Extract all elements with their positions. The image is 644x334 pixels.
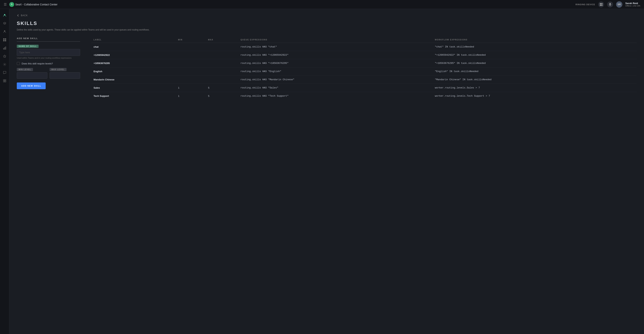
page-description: Define the skills used by your agents. T… xyxy=(17,28,636,32)
skill-queue-expr-cell: routing.skills HAS "Tech Support" xyxy=(238,92,433,100)
svg-rect-11 xyxy=(5,38,6,40)
skill-workflow-expr-cell: worker.routing.levels.Tech Support > 7 xyxy=(432,92,636,100)
table-row: +18563676295routing.skills HAS "+1856367… xyxy=(91,59,636,67)
svg-rect-14 xyxy=(3,48,4,49)
skill-max-cell xyxy=(206,76,238,84)
col-label: LABEL xyxy=(91,37,176,43)
table-row: Sales15routing.skills HAS "Sales"worker.… xyxy=(91,84,636,92)
sidebar-item-layers[interactable] xyxy=(1,20,8,27)
skill-label-cell: +12065942922 xyxy=(91,51,176,59)
svg-point-17 xyxy=(4,64,5,65)
sidebar-item-person[interactable] xyxy=(1,28,8,35)
topbar-right: RINGING DEVICE SR Sarah Reid Offline | 1… xyxy=(576,1,640,8)
sidebar xyxy=(0,9,9,334)
skill-queue-expr-cell: routing.skills HAS "chat" xyxy=(238,43,433,51)
user-name: Sarah Reid xyxy=(625,2,640,5)
skill-min-cell: 1 xyxy=(176,84,206,92)
app-body: BACK SKILLS Define the skills used by yo… xyxy=(0,9,644,334)
skill-label: English xyxy=(94,70,102,73)
skill-queue-expr-cell: routing.skills HAS "Sales" xyxy=(238,84,433,92)
skill-label-cell: chat xyxy=(91,43,176,51)
table-row: chatrouting.skills HAS "chat""chat" IN t… xyxy=(91,43,636,51)
sidebar-item-grid[interactable] xyxy=(1,36,8,43)
skill-label: chat xyxy=(94,45,98,48)
skill-max-cell xyxy=(206,67,238,76)
sidebar-item-settings[interactable] xyxy=(1,61,8,68)
min-level-field: MIN LEVEL xyxy=(17,68,47,79)
skill-label: +18563676295 xyxy=(94,62,110,65)
hamburger-icon[interactable]: ☰ xyxy=(4,2,7,6)
svg-rect-4 xyxy=(610,3,611,5)
skill-workflow-expr-cell: "English" IN task.skillsNeeded xyxy=(432,67,636,76)
back-link[interactable]: BACK xyxy=(17,14,636,17)
logo-area: S SeaX - Collaborative Contact Center xyxy=(9,2,58,7)
skill-workflow-expr-cell: "Mandarin Chinese" IN task.skillsNeeded xyxy=(432,76,636,84)
skill-max-cell xyxy=(206,51,238,59)
skills-table-wrap: LABEL MIN MAX QUEUE EXPRESSIONS WORKFLOW… xyxy=(91,37,636,100)
skill-label-cell: Mandarin Chinese xyxy=(91,76,176,84)
add-new-skill-button[interactable]: ADD NEW SKILL xyxy=(17,82,46,89)
svg-rect-3 xyxy=(601,5,602,6)
svg-marker-8 xyxy=(3,22,6,24)
table-row: +12065942922routing.skills HAS "+1206594… xyxy=(91,51,636,59)
min-level-input[interactable] xyxy=(17,72,47,79)
skill-queue-expr-cell: routing.skills HAS "+12065942922" xyxy=(238,51,433,59)
skill-label-cell: Tech Support xyxy=(91,92,176,100)
skill-name-input[interactable] xyxy=(17,49,80,56)
svg-rect-18 xyxy=(3,79,4,81)
max-level-tag: MAX LEVEL xyxy=(50,68,66,71)
skill-min-cell xyxy=(176,43,206,51)
avatar[interactable]: SR xyxy=(616,1,622,8)
table-row: Mandarin Chineserouting.skills HAS "Mand… xyxy=(91,76,636,84)
table-row: Englishrouting.skills HAS "English""Engl… xyxy=(91,67,636,76)
two-col-layout: ADD NEW SKILL NAME OF SKILL Used within … xyxy=(17,37,636,100)
skill-label: +12065942922 xyxy=(94,54,110,56)
skill-workflow-expr-cell: "+18563676295" IN task.skillsNeeded xyxy=(432,59,636,67)
panel-title: ADD NEW SKILL xyxy=(17,37,80,42)
svg-rect-1 xyxy=(601,3,602,4)
sidebar-item-chat[interactable] xyxy=(1,69,8,76)
sidebar-item-people[interactable] xyxy=(1,12,8,19)
skill-workflow-expr-cell: "chat" IN task.skillsNeeded xyxy=(432,43,636,51)
sidebar-item-apps[interactable] xyxy=(1,77,8,84)
level-row: MIN LEVEL MAX LEVEL xyxy=(17,68,80,79)
grid-button[interactable] xyxy=(598,1,604,7)
svg-rect-10 xyxy=(3,38,4,40)
skill-label: Mandarin Chinese xyxy=(94,78,114,81)
skill-min-cell xyxy=(176,76,206,84)
skill-workflow-expr-cell: worker.routing.levels.Sales > 7 xyxy=(432,84,636,92)
skill-queue-expr-cell: routing.skills HAS "English" xyxy=(238,67,433,76)
svg-rect-2 xyxy=(600,5,601,6)
col-min: MIN xyxy=(176,37,206,43)
svg-rect-16 xyxy=(6,47,6,49)
svg-rect-12 xyxy=(3,40,4,41)
skill-min-cell xyxy=(176,51,206,59)
mic-button[interactable] xyxy=(607,1,613,7)
require-levels-checkbox[interactable] xyxy=(17,62,20,65)
max-level-input[interactable] xyxy=(50,72,80,79)
table-header-row: LABEL MIN MAX QUEUE EXPRESSIONS WORKFLOW… xyxy=(91,37,636,43)
field-hint: Used within Teams and in your routing wo… xyxy=(17,57,80,59)
col-max: MAX xyxy=(206,37,238,43)
skill-max-cell xyxy=(206,43,238,51)
skill-label-cell: English xyxy=(91,67,176,76)
col-workflow-expr: WORKFLOW EXPRESSIONS xyxy=(432,37,636,43)
skill-max-cell: 5 xyxy=(206,84,238,92)
table-body: chatrouting.skills HAS "chat""chat" IN t… xyxy=(91,43,636,100)
app-title: SeaX - Collaborative Contact Center xyxy=(15,3,58,6)
user-status: Offline | 14d 19h xyxy=(625,5,640,7)
svg-rect-21 xyxy=(5,81,6,82)
svg-rect-13 xyxy=(5,40,6,41)
sidebar-item-star[interactable] xyxy=(1,53,8,59)
topbar: ☰ S SeaX - Collaborative Contact Center … xyxy=(0,0,644,9)
svg-point-9 xyxy=(4,30,5,31)
skill-min-cell xyxy=(176,59,206,67)
skill-label-cell: +18563676295 xyxy=(91,59,176,67)
add-skill-panel: ADD NEW SKILL NAME OF SKILL Used within … xyxy=(17,37,80,89)
page-title: SKILLS xyxy=(17,20,636,26)
user-info: Sarah Reid Offline | 14d 19h xyxy=(625,2,640,7)
svg-rect-19 xyxy=(5,79,6,81)
skill-queue-expr-cell: routing.skills HAS "Mandarin Chinese" xyxy=(238,76,433,84)
sidebar-item-chart[interactable] xyxy=(1,45,8,51)
main-content: BACK SKILLS Define the skills used by yo… xyxy=(9,9,644,334)
